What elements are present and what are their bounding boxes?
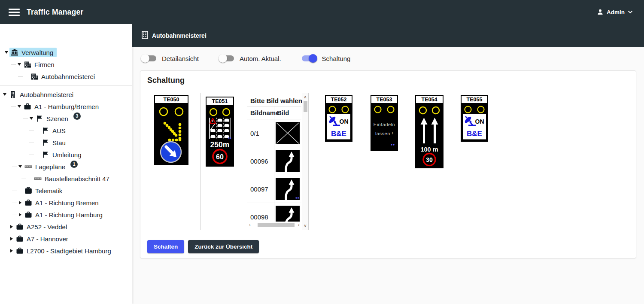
sign-te054[interactable]: TE054 100 m 30 (415, 95, 444, 168)
toggle-group: Detailansicht (142, 54, 199, 63)
arrow-up-right-dots-sign-image[interactable] (274, 175, 301, 203)
collapse-arrow-icon[interactable] (10, 237, 13, 240)
picker-rows: 0/1000960009700098 (247, 119, 301, 222)
tree-item-label: Verwaltung (21, 49, 53, 56)
expand-arrow-icon[interactable] (18, 63, 21, 66)
sign-label: TE054 (416, 96, 443, 104)
chevron-down-icon (628, 10, 633, 14)
collapse-arrow-icon[interactable] (19, 201, 21, 204)
tree-connector (12, 167, 17, 167)
sign-distance: 100 m (420, 146, 438, 153)
vertical-scrollbar-thumb[interactable] (304, 101, 307, 112)
scroll-left-icon[interactable]: ‹ (247, 222, 252, 228)
tree-item-a1-richtung-hamburg[interactable]: A1 - Richtung Hamburg (0, 209, 132, 221)
tree-item-a1-hamburg-bremen[interactable]: A1 - Hamburg/Bremen (0, 100, 132, 112)
tree-item-a252-veddel[interactable]: A252 - Veddel (0, 221, 132, 233)
back-to-overview-button[interactable]: Zurück zur Übersicht (188, 240, 259, 253)
sign-brand-text: B&E (467, 130, 482, 138)
tree-item-aus[interactable]: AUS (0, 125, 132, 137)
expand-arrow-icon[interactable] (3, 93, 6, 96)
sign-speed: 60 (216, 153, 224, 161)
tree-item-label: A1 - Hamburg/Bremen (34, 103, 99, 110)
horizontal-scrollbar[interactable]: ‹ › (247, 222, 301, 228)
tree-item-a1-richtung-bremen[interactable]: A1 - Richtung Bremen (0, 197, 132, 209)
picker-row-name: 00096 (247, 147, 274, 175)
flag-icon (42, 151, 49, 158)
expand-arrow-icon[interactable] (5, 51, 8, 54)
expand-arrow-icon[interactable] (18, 105, 21, 108)
tree-item-label: A252 - Veddel (27, 223, 67, 231)
expand-arrow-icon[interactable] (18, 165, 22, 168)
tree-connector (3, 251, 8, 251)
vertical-scrollbar[interactable]: ∧ ∨ (302, 93, 308, 230)
tree-item-stau[interactable]: Stau (0, 137, 132, 149)
toggle-autom-aktual[interactable] (219, 54, 234, 63)
tree-item-verwaltung[interactable]: Verwaltung (0, 46, 132, 58)
tree-connector (29, 131, 34, 131)
breadcrumb[interactable]: Autobahnmeisterei (142, 31, 207, 41)
tree-item-lagepl-ne[interactable]: Lagepläne1 (0, 161, 132, 173)
scroll-right-icon[interactable]: › (296, 222, 301, 228)
main-content: DetailansichtAutom. Aktual.Schaltung Sch… (132, 47, 644, 304)
sidebar-tree: VerwaltungFirmenAutobahnmeistereiAutobah… (0, 46, 132, 257)
tree-item-label: A7 - Hannover (27, 235, 68, 243)
sign-te055[interactable]: TE055 ON B&E (461, 95, 488, 142)
briefcase-icon (16, 235, 24, 243)
cross-sign-image[interactable] (274, 119, 301, 147)
toggle-schaltung[interactable] (302, 54, 316, 63)
picker-title: Bitte Bild wählen (247, 93, 301, 106)
sign-label: TE050 (155, 96, 188, 104)
picker-row-0-1[interactable]: 0/1 (247, 119, 301, 147)
toggle-knob (141, 54, 149, 63)
sign-te050-display (155, 104, 188, 164)
expand-arrow-icon[interactable] (30, 117, 33, 120)
user-menu[interactable]: Admin (597, 9, 633, 15)
sign-te053[interactable]: TE053 Einfädeln lassen ! (371, 95, 398, 151)
briefcase-icon (24, 199, 32, 207)
person-icon (597, 9, 604, 15)
collapse-arrow-icon[interactable] (19, 213, 21, 216)
picker-row-00096[interactable]: 00096 (247, 147, 301, 175)
breadcrumb-label: Autobahnmeisterei (152, 32, 207, 39)
toggle-detailansicht[interactable] (142, 54, 156, 63)
scroll-up-icon[interactable]: ∧ (303, 94, 308, 100)
arrow-up-right-sign-image[interactable] (274, 203, 301, 222)
tree-item-label: Autobahnmeisterei (20, 91, 73, 98)
toggle-label: Schaltung (322, 55, 351, 62)
app-title: Traffic Manager (27, 8, 83, 17)
tree-item-a7-hannover[interactable]: A7 - Hannover (0, 233, 132, 245)
tree-connector (11, 64, 16, 65)
tree-item-autobahnmeisterei[interactable]: Autobahnmeisterei (0, 88, 132, 100)
schalten-button[interactable]: Schalten (147, 240, 184, 253)
tree-item-baustellenabschnitt-47[interactable]: Baustellenabschnitt 47 (0, 173, 132, 185)
collapse-arrow-icon[interactable] (10, 249, 13, 252)
tree-connector (3, 227, 8, 227)
tree-item-telematik[interactable]: Telematik (0, 185, 132, 197)
tree-item-firmen[interactable]: Firmen (0, 58, 132, 70)
tree-item-autobahnmeisterei[interactable]: Autobahnmeisterei (0, 70, 132, 82)
tree-item-label: A1 - Richtung Hamburg (35, 211, 103, 219)
sign-text-line2: lassen ! (375, 131, 393, 136)
hamburger-menu-icon[interactable] (9, 7, 20, 18)
tree-item-l2700-stadtgebiet-hamburg[interactable]: L2700 - Stadtgebiet Hamburg (0, 245, 132, 257)
scroll-down-icon[interactable]: ∨ (303, 223, 308, 229)
sign-te052[interactable]: TE052 ON B&E (325, 95, 352, 142)
collapse-arrow-icon[interactable] (10, 225, 13, 228)
tree-connector (12, 203, 17, 203)
flag-icon (42, 139, 49, 146)
arrow-up-right-sign-image[interactable] (274, 147, 301, 175)
tree-connector (21, 179, 26, 179)
tree-connector (29, 155, 34, 155)
picker-row-00097[interactable]: 00097 (247, 175, 301, 203)
sign-te050[interactable]: TE050 (154, 95, 188, 165)
tree-item-szenen[interactable]: Szenen3 (0, 112, 132, 125)
horizontal-scrollbar-thumb[interactable] (258, 223, 295, 227)
building-icon (9, 91, 17, 98)
company-icon (30, 73, 38, 80)
briefcase-icon (16, 247, 24, 255)
tree-item-umleitung[interactable]: Umleitung (0, 149, 132, 161)
sign-te051[interactable]: TE051 (206, 97, 234, 167)
column-header-bildname: Bildname (247, 109, 274, 116)
picker-row-00098[interactable]: 00098 (247, 203, 301, 222)
toggle-group: Schaltung (302, 54, 351, 63)
